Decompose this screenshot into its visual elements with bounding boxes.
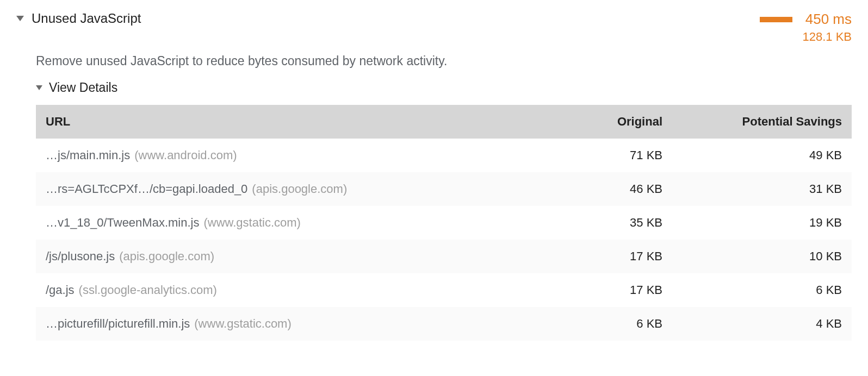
audit-header: Unused JavaScript 450 ms 128.1 KB	[16, 11, 852, 44]
cell-url: …picturefill/picturefill.min.js(www.gsta…	[36, 307, 525, 341]
cell-savings: 49 KB	[672, 139, 852, 172]
url-path: …rs=AGLTcCPXf…/cb=gapi.loaded_0	[46, 182, 247, 196]
view-details-toggle[interactable]: View Details	[36, 80, 852, 95]
table-row[interactable]: …picturefill/picturefill.min.js(www.gsta…	[36, 307, 852, 341]
url-path: /ga.js	[46, 283, 75, 297]
table-row[interactable]: …rs=AGLTcCPXf…/cb=gapi.loaded_0(apis.goo…	[36, 172, 852, 206]
audit-title: Unused JavaScript	[32, 11, 141, 26]
url-path: …picturefill/picturefill.min.js	[46, 317, 190, 330]
cell-original: 6 KB	[525, 307, 672, 341]
url-domain: (www.gstatic.com)	[194, 317, 291, 330]
cell-url: …v1_18_0/TweenMax.min.js(www.gstatic.com…	[36, 206, 525, 240]
audit-description: Remove unused JavaScript to reduce bytes…	[36, 54, 852, 68]
table-header-row: URL Original Potential Savings	[36, 105, 852, 139]
url-domain: (apis.google.com)	[119, 249, 214, 263]
unused-js-table: URL Original Potential Savings …js/main.…	[36, 105, 852, 341]
cell-url: …js/main.min.js(www.android.com)	[36, 139, 525, 172]
url-domain: (apis.google.com)	[252, 182, 347, 196]
audit-toggle[interactable]: Unused JavaScript	[16, 11, 141, 26]
col-header-original[interactable]: Original	[525, 105, 672, 139]
cell-original: 17 KB	[525, 240, 672, 273]
cell-original: 17 KB	[525, 273, 672, 307]
col-header-url[interactable]: URL	[36, 105, 525, 139]
cell-savings: 10 KB	[672, 240, 852, 273]
audit-summary: 450 ms 128.1 KB	[760, 11, 852, 44]
table-row[interactable]: /js/plusone.js(apis.google.com)17 KB10 K…	[36, 240, 852, 273]
cell-savings: 6 KB	[672, 273, 852, 307]
url-path: …js/main.min.js	[46, 148, 130, 162]
url-domain: (ssl.google-analytics.com)	[79, 283, 217, 297]
cell-url: …rs=AGLTcCPXf…/cb=gapi.loaded_0(apis.goo…	[36, 172, 525, 206]
cell-savings: 19 KB	[672, 206, 852, 240]
size-savings-value: 128.1 KB	[802, 30, 852, 44]
view-details-label: View Details	[49, 80, 117, 95]
chevron-down-icon	[36, 85, 42, 90]
cell-savings: 31 KB	[672, 172, 852, 206]
table-row[interactable]: …v1_18_0/TweenMax.min.js(www.gstatic.com…	[36, 206, 852, 240]
chevron-down-icon	[16, 16, 24, 21]
cell-original: 46 KB	[525, 172, 672, 206]
table-row[interactable]: …js/main.min.js(www.android.com)71 KB49 …	[36, 139, 852, 172]
time-savings-value: 450 ms	[805, 11, 852, 28]
url-path: …v1_18_0/TweenMax.min.js	[46, 216, 199, 229]
cell-url: /js/plusone.js(apis.google.com)	[36, 240, 525, 273]
cell-original: 71 KB	[525, 139, 672, 172]
url-domain: (www.gstatic.com)	[203, 216, 300, 229]
url-domain: (www.android.com)	[134, 148, 237, 162]
savings-bar-icon	[760, 17, 792, 22]
cell-original: 35 KB	[525, 206, 672, 240]
cell-savings: 4 KB	[672, 307, 852, 341]
col-header-savings[interactable]: Potential Savings	[672, 105, 852, 139]
cell-url: /ga.js(ssl.google-analytics.com)	[36, 273, 525, 307]
table-row[interactable]: /ga.js(ssl.google-analytics.com)17 KB6 K…	[36, 273, 852, 307]
url-path: /js/plusone.js	[46, 249, 115, 263]
